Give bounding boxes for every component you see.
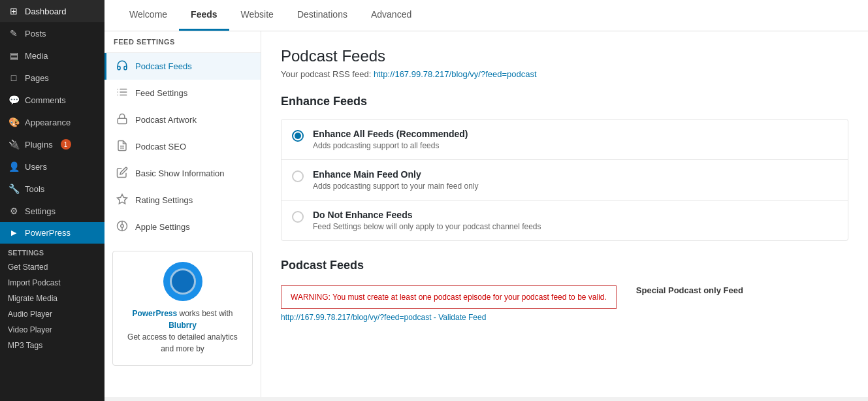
plugins-badge: 1 [61,139,71,150]
sub-nav-label: Podcast SEO [135,142,186,152]
radio-option-enhance-all[interactable]: Enhance All Feeds (Recommended) Adds pod… [281,119,848,160]
sidebar-item-dashboard[interactable]: ⊞ Dashboard [0,0,104,22]
sidebar-label: Media [25,51,48,61]
sub-nav-label: Podcast Feeds [135,61,192,71]
podcast-artwork-icon [116,113,129,127]
sidebar-label: Posts [25,29,46,39]
sub-nav-header: Feed Settings [104,31,261,53]
sidebar-label: Tools [25,184,44,194]
promo-box: PowerPress works best with Blubrry Get a… [112,251,253,366]
sidebar-label: Users [25,162,47,172]
sub-nav-item-rating-settings[interactable]: Rating Settings [104,187,261,214]
settings-section-label: Settings [0,244,104,259]
sub-nav-item-basic-show-info[interactable]: Basic Show Information [104,160,261,187]
radio-options-group: Enhance All Feeds (Recommended) Adds pod… [281,119,848,241]
podcast-feeds-icon [116,59,129,73]
feed-settings-icon [116,86,129,100]
sidebar-label: Plugins [25,140,53,150]
tools-icon: 🔧 [8,184,20,194]
sub-nav-item-podcast-artwork[interactable]: Podcast Artwork [104,106,261,133]
page-content: Podcast Feeds Your podcast RSS feed: htt… [261,31,868,397]
settings-links: Get Started Import Podcast Migrate Media… [0,259,104,353]
radio-option-enhance-main[interactable]: Enhance Main Feed Only Adds podcasting s… [281,159,848,200]
rating-settings-icon [116,193,129,207]
sub-nav-item-apple-settings[interactable]: Apple Settings [104,214,261,240]
tab-website[interactable]: Website [229,0,285,31]
section-divider: Podcast Feeds [281,259,848,272]
apple-settings-icon [116,220,129,234]
sidebar-item-media[interactable]: ▤ Media [0,44,104,67]
subtitle-prefix: Your podcast RSS feed: [281,69,374,79]
sidebar-item-settings[interactable]: ⚙ Settings [0,200,104,222]
posts-icon: ✎ [8,28,20,39]
promo-brand-prefix: PowerPress [132,309,177,318]
sub-nav-label: Feed Settings [135,88,187,98]
radio-btn-do-not-enhance[interactable] [292,211,304,223]
tab-advanced[interactable]: Advanced [359,0,423,31]
feed-validate-link[interactable]: http://167.99.78.217/blog/vy/?feed=podca… [281,313,617,322]
tab-welcome[interactable]: Welcome [118,0,179,31]
radio-option-do-not-enhance[interactable]: Do Not Enhance Feeds Feed Settings below… [281,200,848,241]
settings-link-video-player[interactable]: Video Player [0,322,104,338]
promo-text: PowerPress works best with Blubrry Get a… [123,308,242,355]
svg-marker-9 [118,195,127,204]
sub-nav-label: Basic Show Information [135,168,225,178]
podcast-feeds-section-title: Podcast Feeds [281,259,848,272]
sidebar-item-appearance[interactable]: 🎨 Appearance [0,111,104,133]
settings-link-import-podcast[interactable]: Import Podcast [0,275,104,291]
warning-and-link: WARNING: You must create at least one po… [281,285,617,322]
radio-title-do-not-enhance: Do Not Enhance Feeds [313,210,837,220]
svg-point-11 [121,225,124,228]
powerpress-icon: ▶ [8,229,20,237]
settings-icon: ⚙ [8,206,20,216]
tab-destinations[interactable]: Destinations [285,0,359,31]
pages-icon: □ [8,72,20,83]
sidebar-item-plugins[interactable]: 🔌 Plugins 1 [0,133,104,155]
radio-content-do-not-enhance: Do Not Enhance Feeds Feed Settings below… [313,210,837,231]
dashboard-icon: ⊞ [8,6,20,16]
radio-btn-enhance-all[interactable] [292,130,304,142]
promo-brand: Blubrry [169,321,197,330]
warning-box: WARNING: You must create at least one po… [281,285,617,309]
special-feed: Special Podcast only Feed [636,285,743,295]
radio-desc-do-not-enhance: Feed Settings below will only apply to y… [313,222,837,231]
settings-link-mp3-tags[interactable]: MP3 Tags [0,338,104,353]
sub-nav-item-podcast-seo[interactable]: Podcast SEO [104,133,261,160]
radio-btn-enhance-main[interactable] [292,170,304,182]
sidebar-item-powerpress[interactable]: ▶ PowerPress [0,222,104,244]
sidebar-item-pages[interactable]: □ Pages [0,67,104,89]
special-feed-label: Special Podcast only Feed [636,285,743,295]
radio-desc-enhance-all: Adds podcasting support to all feeds [313,141,837,150]
svg-rect-6 [118,118,127,123]
users-icon: 👤 [8,161,20,172]
top-nav: Welcome Feeds Website Destinations Advan… [104,0,868,31]
basic-show-info-icon [116,167,129,180]
sidebar-item-tools[interactable]: 🔧 Tools [0,178,104,200]
sidebar-label: Pages [25,73,49,83]
sidebar-item-comments[interactable]: 💬 Comments [0,89,104,111]
appearance-icon: 🎨 [8,117,20,127]
sidebar-label: PowerPress [25,228,71,238]
promo-logo [163,262,202,301]
sidebar-label: Appearance [25,118,71,127]
main-content: Welcome Feeds Website Destinations Advan… [104,0,868,401]
tab-feeds[interactable]: Feeds [179,0,229,31]
plugins-icon: 🔌 [8,139,20,150]
settings-link-audio-player[interactable]: Audio Player [0,306,104,322]
radio-title-enhance-all: Enhance All Feeds (Recommended) [313,129,837,139]
sidebar-label: Settings [25,206,56,216]
sidebar-item-posts[interactable]: ✎ Posts [0,22,104,44]
sidebar-label: Comments [25,95,66,105]
promo-body: Get access to detailed analytics and mor… [127,332,238,353]
radio-title-enhance-main: Enhance Main Feed Only [313,169,837,180]
sub-nav-item-feed-settings[interactable]: Feed Settings [104,80,261,106]
sub-nav-item-podcast-feeds[interactable]: Podcast Feeds [104,53,261,80]
settings-link-migrate-media[interactable]: Migrate Media [0,291,104,306]
sub-nav-label: Apple Settings [135,222,190,232]
comments-icon: 💬 [8,95,20,105]
feed-url-link[interactable]: http://167.99.78.217/blog/vy/?feed=podca… [374,69,537,79]
page-subtitle: Your podcast RSS feed: http://167.99.78.… [281,69,848,79]
radio-desc-enhance-main: Adds podcasting support to your main fee… [313,182,837,191]
settings-link-get-started[interactable]: Get Started [0,259,104,275]
sidebar-item-users[interactable]: 👤 Users [0,155,104,178]
